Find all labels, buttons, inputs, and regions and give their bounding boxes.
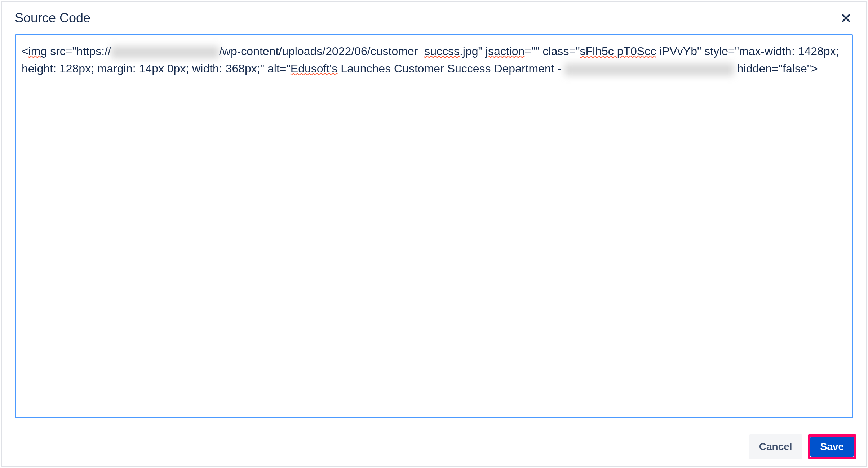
save-button[interactable]: Save — [810, 437, 854, 457]
code-text: /wp-content/uploads/2022/06/customer_ — [219, 45, 424, 58]
save-button-highlight: Save — [808, 434, 856, 459]
code-text: Edusoft's — [291, 62, 338, 75]
modal-footer: Cancel Save — [2, 427, 866, 466]
code-text: succss — [424, 45, 460, 58]
code-text: img — [28, 45, 47, 58]
modal-title: Source Code — [15, 10, 90, 26]
code-text: Launches Customer Success Department - — [337, 62, 564, 75]
redacted-domain — [111, 46, 219, 58]
redacted-alt-suffix — [564, 63, 734, 76]
source-code-content: <img src="https:///wp-content/uploads/20… — [22, 43, 846, 77]
source-code-textarea[interactable]: <img src="https:///wp-content/uploads/20… — [15, 34, 853, 418]
source-code-modal: Source Code <img src="https:///wp-conten… — [1, 1, 867, 467]
code-text: sFlh5c pT0Scc — [580, 45, 656, 58]
code-text: < — [22, 45, 28, 58]
code-text: .jpg" — [460, 45, 486, 58]
modal-header: Source Code — [2, 2, 866, 30]
modal-body: <img src="https:///wp-content/uploads/20… — [2, 30, 866, 427]
cancel-button[interactable]: Cancel — [749, 434, 802, 459]
code-text: hidden="false"> — [737, 62, 818, 75]
close-icon — [840, 12, 852, 24]
code-text: jsaction — [486, 45, 525, 58]
close-button[interactable] — [839, 11, 853, 25]
code-text: src="https:// — [47, 45, 111, 58]
code-text: ="" class=" — [524, 45, 580, 58]
